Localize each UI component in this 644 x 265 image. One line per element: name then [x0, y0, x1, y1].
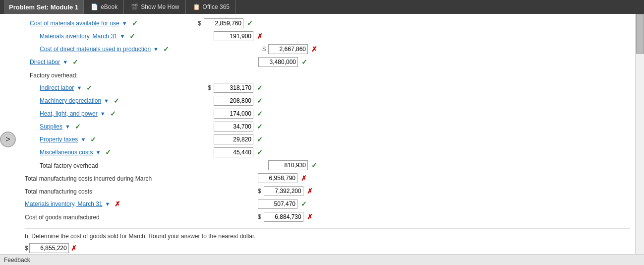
content-area: > Cost of materials available for use ▼ … — [0, 14, 644, 265]
tab-showmehow-label: Show Me How — [141, 3, 179, 10]
total-mfg-costs-label: Total manufacturing costs — [25, 188, 92, 195]
cost-direct-materials-link[interactable]: Cost of direct materials used in product… — [40, 46, 151, 53]
heat-light-power-link[interactable]: Heat, light, and power — [40, 110, 98, 117]
cost-materials-input[interactable] — [204, 18, 243, 28]
indirect-labor-dropdown[interactable]: ▼ — [75, 85, 83, 91]
row-total-factory-overhead: Total factory overhead ✓ — [25, 160, 630, 171]
direct-labor-link[interactable]: Direct labor — [30, 59, 60, 66]
machinery-depreciation-dropdown[interactable]: ▼ — [103, 98, 110, 104]
supplies-dropdown[interactable]: ▼ — [64, 124, 71, 130]
materials-inventory-bot-check: ✗ — [115, 200, 120, 208]
property-taxes-dropdown[interactable]: ▼ — [79, 136, 87, 142]
total-mfg-costs-incurred-val-check: ✗ — [301, 174, 307, 182]
machinery-depreciation-link[interactable]: Machinery depreciation — [40, 97, 101, 104]
scrollbar[interactable]: ▲ ▼ — [635, 14, 644, 265]
miscellaneous-costs-link[interactable]: Miscellaneous costs — [40, 149, 93, 156]
tab-office365-label: Office 365 — [203, 3, 230, 10]
total-factory-overhead-input[interactable] — [268, 160, 308, 170]
supplies-link[interactable]: Supplies — [40, 123, 62, 130]
showmehow-icon: 🎬 — [131, 3, 138, 10]
total-factory-overhead-val-check: ✓ — [311, 161, 317, 169]
direct-labor-dropdown[interactable]: ▼ — [61, 59, 69, 65]
supplies-check: ✓ — [75, 123, 81, 131]
window-title: Problem Set: Module 1 — [4, 0, 84, 14]
cost-direct-materials-dollar: $ — [262, 46, 266, 53]
materials-inventory-top-dropdown[interactable]: ▼ — [119, 33, 126, 39]
row-machinery-depreciation: Machinery depreciation ▼ ✓ ✓ — [25, 95, 630, 106]
total-mfg-costs-incurred-input[interactable] — [258, 173, 297, 183]
row-property-taxes: Property taxes ▼ ✓ ✓ — [25, 134, 630, 145]
materials-inventory-top-link[interactable]: Materials inventory, March 31 — [40, 33, 117, 40]
row-materials-inventory-top: Materials inventory, March 31 ▼ ✓ ✗ — [25, 31, 630, 42]
part-b-check: ✗ — [71, 244, 77, 252]
cost-materials-dropdown[interactable]: ▼ — [121, 20, 128, 26]
indirect-labor-link[interactable]: Indirect labor — [40, 84, 74, 91]
miscellaneous-costs-val-check: ✓ — [257, 148, 263, 156]
materials-inventory-top-val-check: ✗ — [257, 32, 263, 40]
cost-materials-dollar: $ — [198, 20, 201, 27]
indirect-labor-input[interactable] — [214, 83, 253, 93]
main-content: Cost of materials available for use ▼ ✓ … — [20, 14, 635, 265]
cost-goods-manufactured-label: Cost of goods manufactured — [25, 214, 100, 221]
row-miscellaneous-costs: Miscellaneous costs ▼ ✓ ✓ — [25, 147, 630, 158]
materials-inventory-bot-input[interactable] — [258, 199, 297, 209]
nav-arrow-button[interactable]: > — [0, 132, 16, 147]
cost-materials-check: ✓ — [132, 19, 138, 27]
direct-labor-input[interactable] — [258, 57, 298, 67]
scrollbar-thumb[interactable] — [636, 14, 644, 54]
part-b-dollar: $ — [25, 245, 28, 252]
title-bar: Problem Set: Module 1 📄 eBook 🎬 Show Me … — [0, 0, 644, 14]
part-b-section: b. Determine the cost of goods sold for … — [25, 228, 630, 254]
tab-office365[interactable]: 📋 Office 365 — [187, 0, 236, 14]
miscellaneous-costs-input[interactable] — [214, 147, 253, 157]
total-mfg-costs-val-check: ✗ — [307, 187, 313, 195]
part-b-row: $ ✗ — [25, 243, 630, 254]
miscellaneous-costs-dropdown[interactable]: ▼ — [94, 149, 102, 155]
property-taxes-link[interactable]: Property taxes — [40, 136, 78, 143]
row-materials-inventory-bot: Materials inventory, March 31 ▼ ✗ ✓ — [25, 199, 630, 209]
materials-inventory-top-input[interactable] — [214, 31, 253, 41]
total-mfg-costs-input[interactable] — [264, 186, 303, 196]
heat-light-power-dropdown[interactable]: ▼ — [99, 111, 107, 117]
total-factory-overhead-label: Total factory overhead — [40, 162, 98, 169]
tab-ebook-label: eBook — [101, 3, 117, 10]
indirect-labor-val-check: ✓ — [257, 84, 263, 92]
heat-light-power-val-check: ✓ — [257, 110, 263, 118]
cost-goods-manufactured-val-check: ✗ — [307, 213, 313, 221]
materials-inventory-bot-val-check: ✓ — [301, 200, 307, 208]
tab-showmehow[interactable]: 🎬 Show Me How — [125, 0, 185, 14]
row-heat-light-power: Heat, light, and power ▼ ✓ ✓ — [25, 108, 630, 119]
factory-overhead-label: Factory overhead: — [30, 72, 78, 79]
indirect-labor-dollar: $ — [208, 84, 211, 91]
materials-inventory-bot-dropdown[interactable]: ▼ — [104, 201, 112, 207]
feedback-bar: Feedback — [0, 254, 644, 265]
row-direct-labor: Direct labor ▼ ✓ ✓ — [25, 57, 630, 67]
part-b-label: b. Determine the cost of goods sold for … — [25, 233, 630, 240]
miscellaneous-costs-check: ✓ — [105, 148, 111, 156]
cost-goods-manufactured-dollar: $ — [258, 213, 261, 220]
heat-light-power-input[interactable] — [214, 109, 253, 119]
row-cost-materials-available: Cost of materials available for use ▼ ✓ … — [25, 18, 630, 29]
cost-direct-materials-input[interactable] — [268, 44, 308, 54]
tab-ebook[interactable]: 📄 eBook — [85, 0, 124, 14]
row-total-mfg-costs-incurred: Total manufacturing costs incurred durin… — [25, 173, 630, 184]
machinery-depreciation-input[interactable] — [214, 96, 253, 106]
indirect-labor-check: ✓ — [86, 84, 92, 92]
row-total-mfg-costs: Total manufacturing costs $ ✗ — [25, 186, 630, 197]
part-b-input[interactable] — [29, 243, 69, 253]
materials-inventory-bot-link[interactable]: Materials inventory, March 31 — [25, 200, 103, 207]
office365-icon: 📋 — [193, 3, 200, 10]
property-taxes-input[interactable] — [214, 134, 253, 144]
property-taxes-check: ✓ — [90, 135, 96, 143]
cost-goods-manufactured-input[interactable] — [264, 212, 303, 222]
direct-labor-check: ✓ — [72, 58, 78, 66]
cost-materials-link[interactable]: Cost of materials available for use — [30, 20, 119, 27]
machinery-depreciation-check: ✓ — [114, 97, 119, 105]
ebook-icon: 📄 — [91, 3, 98, 10]
row-supplies: Supplies ▼ ✓ ✓ — [25, 121, 630, 132]
cost-direct-materials-dropdown[interactable]: ▼ — [152, 46, 160, 52]
machinery-depreciation-val-check: ✓ — [257, 97, 263, 105]
row-factory-overhead-header: Factory overhead: — [25, 69, 630, 80]
cost-direct-materials-val-check: ✗ — [311, 45, 317, 53]
supplies-input[interactable] — [214, 122, 253, 132]
